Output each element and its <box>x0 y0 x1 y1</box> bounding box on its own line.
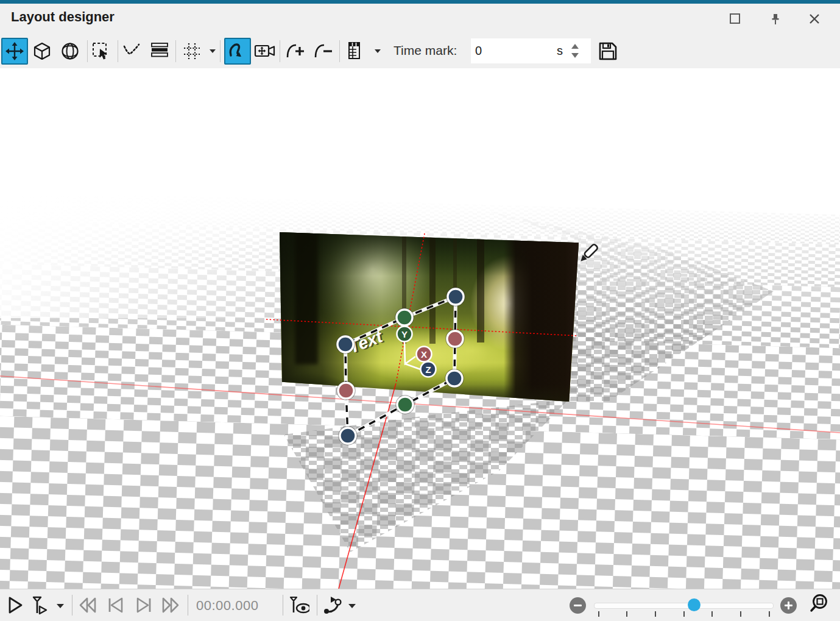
handle-corner-top-right[interactable] <box>446 288 465 306</box>
zoom-out-button[interactable] <box>570 597 586 614</box>
save-icon <box>597 40 619 62</box>
transport-bar: 00:00.000 <box>0 589 840 621</box>
titlebar-accent-stripe <box>0 0 840 4</box>
play-from-marker-icon <box>30 595 51 616</box>
save-button[interactable] <box>595 38 621 65</box>
move-tool-button[interactable] <box>1 38 28 65</box>
zoom-slider-track[interactable] <box>594 603 774 609</box>
cube-tool-button[interactable] <box>29 38 55 65</box>
motion-path-tool-button[interactable] <box>224 38 251 65</box>
handle-edge-left[interactable] <box>337 381 355 400</box>
layout-designer-window: Layout designer <box>0 0 840 621</box>
fast-forward-button[interactable] <box>160 594 182 616</box>
play-button[interactable] <box>4 594 26 616</box>
motion-path-icon <box>227 41 248 62</box>
remove-curve-point-button[interactable] <box>311 38 337 65</box>
keyframe-table-dropdown-caret[interactable] <box>375 49 381 53</box>
rewind-button[interactable] <box>77 594 99 616</box>
zoom-slider-thumb[interactable] <box>688 598 701 611</box>
ground-axis-x-line <box>0 376 840 433</box>
svg-text:Y: Y <box>401 329 408 339</box>
axis-handle-y[interactable]: Y <box>397 327 412 342</box>
layers-tool-button[interactable] <box>146 38 173 65</box>
handle-corner-bottom-left[interactable] <box>339 427 357 445</box>
top-chrome: Layout designer <box>0 0 840 69</box>
spinner-down[interactable] <box>571 53 579 58</box>
zoom-in-button[interactable] <box>780 597 797 614</box>
maximize-button[interactable] <box>725 10 746 28</box>
grid-icon <box>182 41 202 62</box>
axis-handles: Y X Z <box>397 327 436 377</box>
add-curve-point-icon <box>285 41 307 62</box>
pen-cursor-icon <box>579 244 599 264</box>
grid-dropdown-caret[interactable] <box>210 49 216 53</box>
zoom-fit-icon <box>809 592 831 616</box>
guide-horizontal-dotted <box>266 319 577 336</box>
marker-visibility-button[interactable] <box>288 594 309 616</box>
spinner-up[interactable] <box>571 44 579 49</box>
close-icon <box>808 12 821 26</box>
handles <box>336 288 465 445</box>
move-icon <box>4 41 25 62</box>
add-curve-point-button[interactable] <box>283 38 309 65</box>
curve-points-tool-button[interactable] <box>119 38 146 65</box>
marker-eye-icon <box>288 595 309 616</box>
next-frame-button[interactable] <box>133 594 155 616</box>
handle-edge-top[interactable] <box>395 308 414 327</box>
layer-bars-icon <box>149 41 170 62</box>
pin-icon <box>769 12 782 26</box>
path-playback-icon <box>322 595 344 616</box>
pin-button[interactable] <box>765 10 786 28</box>
rewind-icon <box>77 595 99 616</box>
window-title: Layout designer <box>11 9 115 25</box>
keyframe-table-button[interactable] <box>342 38 369 65</box>
time-display: 00:00.000 <box>196 598 258 614</box>
time-mark-unit: s <box>548 44 563 58</box>
fast-forward-icon <box>160 595 182 616</box>
previous-frame-icon <box>105 595 127 616</box>
globe-icon <box>60 41 80 62</box>
handle-edge-right[interactable] <box>446 330 464 348</box>
handle-corner-bottom-right[interactable] <box>445 369 464 388</box>
zoom-fit-button[interactable] <box>809 593 831 615</box>
camera-view-icon <box>254 41 277 62</box>
play-options-caret[interactable] <box>57 604 64 608</box>
keyframe-table-icon <box>345 41 366 62</box>
axis-handle-z[interactable]: Z <box>421 362 436 377</box>
svg-text:X: X <box>421 349 427 360</box>
handle-edge-bottom[interactable] <box>396 396 414 414</box>
layout-canvas[interactable]: Text Text Y X Z <box>0 68 840 589</box>
gizmo-overlay: Text Text Y X Z <box>0 68 840 589</box>
next-frame-icon <box>133 595 155 616</box>
time-mark-field: s <box>471 38 591 63</box>
camera-view-button[interactable] <box>252 38 279 65</box>
previous-frame-button[interactable] <box>105 594 127 616</box>
axis-handle-x[interactable]: X <box>417 347 432 362</box>
select-tool-button[interactable] <box>88 38 115 65</box>
select-rect-icon <box>91 41 111 62</box>
play-icon <box>4 595 25 616</box>
globe-tool-button[interactable] <box>57 38 83 65</box>
grid-tool-button[interactable] <box>178 38 205 65</box>
play-from-marker-button[interactable] <box>29 594 51 616</box>
remove-curve-point-icon <box>313 41 335 62</box>
path-playback-button[interactable] <box>322 594 344 616</box>
time-mark-input[interactable] <box>471 43 548 59</box>
time-mark-label: Time mark: <box>394 43 457 58</box>
cube-3d-icon <box>32 41 52 62</box>
dotted-check-icon <box>122 41 143 62</box>
close-button[interactable] <box>804 10 825 28</box>
svg-text:Z: Z <box>425 364 431 375</box>
path-playback-caret[interactable] <box>348 604 356 608</box>
handle-corner-left[interactable] <box>336 335 355 353</box>
